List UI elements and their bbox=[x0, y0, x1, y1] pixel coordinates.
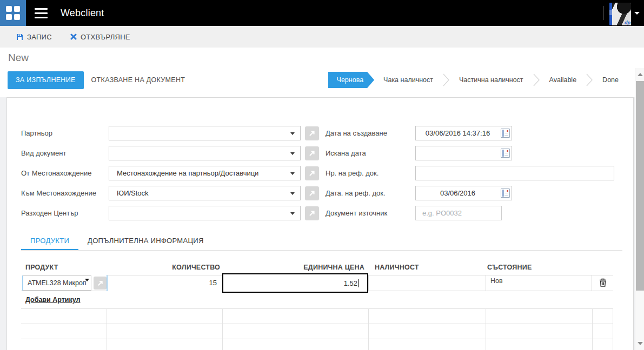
chevron-down-icon bbox=[290, 132, 295, 135]
create-date-input[interactable]: 03/06/2016 14:37:16 bbox=[415, 126, 512, 140]
dest-location-select[interactable]: ЮИ/Stock bbox=[109, 186, 301, 200]
calendar-icon[interactable] bbox=[501, 129, 510, 138]
field-label-requested-date: Искана дата bbox=[326, 149, 415, 157]
ref-doc-date-input[interactable]: 03/06/2016 bbox=[415, 186, 512, 200]
requested-date-input[interactable] bbox=[415, 146, 512, 160]
status-cell: Нов bbox=[486, 275, 592, 291]
calendar-icon[interactable] bbox=[501, 149, 510, 158]
product-value: ATMEL328 Микроп bbox=[28, 279, 87, 287]
field-label-doc-type: Вид документ bbox=[21, 149, 109, 157]
scrollbar-thumb[interactable] bbox=[636, 81, 644, 291]
unit-price-input[interactable]: 1.52 bbox=[222, 273, 368, 293]
add-row: Добави Артикул bbox=[21, 291, 613, 308]
source-location-value: Местонахождение на партньор/Доставчици bbox=[117, 169, 258, 177]
status-step-partial[interactable]: Частична наличност bbox=[450, 76, 533, 84]
delete-row-button[interactable] bbox=[598, 277, 608, 290]
availability-cell bbox=[368, 275, 486, 291]
save-button[interactable]: ЗАПИС bbox=[16, 33, 52, 41]
top-bar: Webclient dp bbox=[0, 0, 644, 26]
user-menu-caret-icon[interactable] bbox=[634, 12, 640, 15]
status-step-available[interactable]: Available bbox=[540, 76, 586, 84]
grid-icon bbox=[6, 6, 12, 12]
product-input[interactable]: ATMEL328 Микроп bbox=[22, 275, 91, 291]
control-panel: ЗА ИЗПЪЛНЕНИЕ ОТКАЗВАНЕ НА ДОКУМЕНТ Черн… bbox=[0, 68, 644, 92]
product-open-record-button[interactable] bbox=[94, 277, 107, 290]
notebook-tabs: ПРОДУКТИ ДОПЪЛНИТЕЛНА ИНФОРМАЦИЯ bbox=[21, 234, 622, 251]
empty-table-row bbox=[21, 309, 613, 324]
internal-link-icon bbox=[309, 210, 315, 217]
field-label-source-document: Документ източник bbox=[326, 209, 415, 217]
internal-link-icon bbox=[309, 150, 315, 157]
cost-center-open-record-button[interactable] bbox=[305, 206, 319, 220]
cancel-document-button[interactable]: ОТКАЗВАНЕ НА ДОКУМЕНТ bbox=[84, 71, 193, 89]
scroll-down-icon[interactable] bbox=[638, 342, 643, 345]
field-label-partner: Партньор bbox=[21, 129, 109, 137]
chevron-down-icon bbox=[85, 279, 89, 281]
text-cursor bbox=[358, 279, 358, 287]
vertical-scrollbar[interactable] bbox=[635, 68, 644, 350]
tab-extra-info[interactable]: ДОПЪЛНИТЕЛНА ИНФОРМАЦИЯ bbox=[78, 234, 213, 250]
calendar-icon[interactable] bbox=[501, 189, 510, 198]
trash-icon bbox=[599, 278, 607, 287]
source-location-open-record-button[interactable] bbox=[305, 166, 319, 180]
partner-open-record-button[interactable] bbox=[305, 126, 319, 140]
form-left-column: Партньор Вид документ bbox=[21, 126, 326, 226]
doc-type-select[interactable] bbox=[109, 146, 301, 160]
doc-type-open-record-button[interactable] bbox=[305, 146, 319, 160]
discard-label: ОТХВЪРЛЯНЕ bbox=[81, 33, 130, 41]
field-label-source-location: От Местонахождение bbox=[21, 169, 109, 177]
status-step-done[interactable]: Done bbox=[593, 76, 628, 84]
column-header-product: ПРОДУКТ bbox=[21, 264, 107, 271]
column-header-unit-price: ЕДИНИЧНА ЦЕНА bbox=[222, 264, 368, 271]
partner-select[interactable] bbox=[109, 126, 301, 140]
chevron-down-icon bbox=[290, 172, 295, 175]
status-step-draft[interactable]: Чернова bbox=[328, 72, 375, 88]
chevron-right-icon bbox=[442, 72, 450, 88]
grid-icon bbox=[14, 6, 20, 12]
form-right-column: Дата на създаване 03/06/2016 14:37:16 Ис… bbox=[326, 126, 621, 226]
cost-center-select[interactable] bbox=[109, 206, 301, 220]
table-header-row: ПРОДУКТ КОЛИЧЕСТВО ЕДИНИЧНА ЦЕНА НАЛИЧНО… bbox=[21, 259, 613, 275]
app-switcher-button[interactable] bbox=[0, 0, 26, 26]
action-toolbar: ЗАПИС ОТХВЪРЛЯНЕ bbox=[0, 26, 644, 48]
dest-location-open-record-button[interactable] bbox=[305, 186, 319, 200]
menu-toggle-icon[interactable] bbox=[35, 0, 51, 26]
discard-button[interactable]: ОТХВЪРЛЯНЕ bbox=[70, 33, 130, 41]
scroll-up-icon[interactable] bbox=[638, 73, 643, 76]
status-step-waiting[interactable]: Чака наличност bbox=[374, 76, 442, 84]
source-document-input[interactable]: e.g. PO0032 bbox=[415, 206, 502, 220]
ref-doc-number-input[interactable] bbox=[415, 166, 614, 180]
user-avatar[interactable]: dp bbox=[609, 3, 631, 25]
avatar-badge: dp bbox=[625, 20, 630, 25]
tab-products[interactable]: ПРОДУКТИ bbox=[21, 234, 78, 250]
floppy-icon bbox=[16, 33, 23, 41]
topbar-divider bbox=[603, 6, 604, 20]
discard-x-icon bbox=[70, 33, 77, 40]
internal-link-icon bbox=[97, 280, 103, 286]
field-label-dest-location: Към Местонахождение bbox=[21, 189, 109, 197]
product-cell: ATMEL328 Микроп bbox=[21, 275, 107, 291]
add-item-link[interactable]: Добави Артикул bbox=[25, 296, 81, 304]
chevron-down-icon bbox=[290, 152, 295, 155]
create-date-value: 03/06/2016 14:37:16 bbox=[426, 129, 490, 137]
user-area: dp bbox=[603, 0, 644, 26]
internal-link-icon bbox=[309, 130, 315, 137]
table-row: ATMEL328 Микроп 15 1.52 Нов bbox=[21, 275, 613, 291]
execute-button[interactable]: ЗА ИЗПЪЛНЕНИЕ bbox=[8, 71, 84, 89]
field-label-create-date: Дата на създаване bbox=[326, 129, 415, 137]
page-background: Партньор Вид документ bbox=[0, 97, 644, 350]
ref-doc-date-value: 03/06/2016 bbox=[440, 189, 475, 197]
row-actions-cell bbox=[592, 275, 613, 291]
source-location-select[interactable]: Местонахождение на партньор/Доставчици bbox=[109, 166, 301, 180]
unit-price-value: 1.52 bbox=[344, 279, 357, 287]
form: Партньор Вид документ bbox=[21, 126, 621, 226]
column-header-status: СЪСТОЯНИЕ bbox=[486, 264, 592, 271]
chevron-down-icon bbox=[290, 212, 295, 215]
status-pipeline: Чернова Чака наличност Частична наличнос… bbox=[328, 72, 628, 88]
products-table: ПРОДУКТ КОЛИЧЕСТВО ЕДИНИЧНА ЦЕНА НАЛИЧНО… bbox=[21, 259, 613, 350]
empty-table-row bbox=[21, 339, 613, 350]
empty-rows bbox=[21, 308, 613, 350]
source-document-placeholder: e.g. PO0032 bbox=[422, 209, 462, 217]
internal-link-icon bbox=[309, 190, 315, 197]
quantity-input[interactable]: 15 bbox=[107, 275, 222, 291]
